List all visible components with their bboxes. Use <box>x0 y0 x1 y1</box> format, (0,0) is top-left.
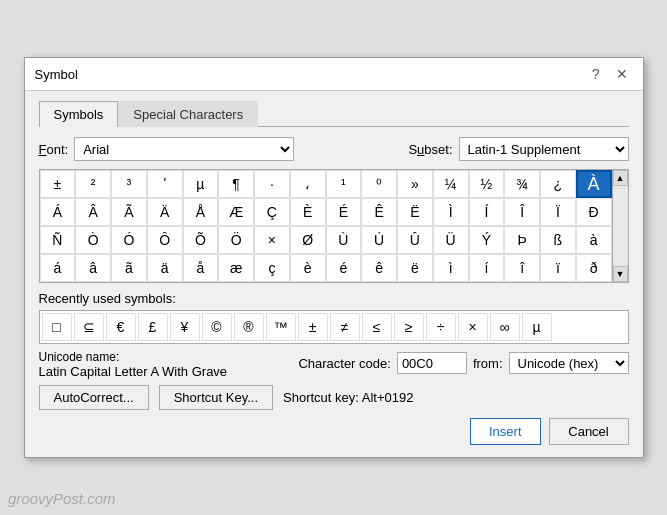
char-cell[interactable]: Ó <box>111 226 147 254</box>
char-cell[interactable]: è <box>290 254 326 282</box>
recent-symbol-cell[interactable]: □ <box>42 313 72 341</box>
char-cell[interactable]: ç <box>254 254 290 282</box>
char-cell[interactable]: Ý <box>469 226 505 254</box>
recent-symbol-cell[interactable]: © <box>202 313 232 341</box>
char-grid-container: ±²³ʹµ¶·،¹⁰»¼½¾¿ÀÁÂÃÄÅÆÇÈÉÊËÌÍÎÏÐÑÒÓÔÕÖ×Ø… <box>39 169 629 283</box>
char-cell[interactable]: ¶ <box>218 170 254 198</box>
char-cell[interactable]: í <box>469 254 505 282</box>
cancel-button[interactable]: Cancel <box>549 418 629 445</box>
char-cell[interactable]: Ä <box>147 198 183 226</box>
char-cell[interactable]: Ø <box>290 226 326 254</box>
recent-symbol-cell[interactable]: ≠ <box>330 313 360 341</box>
char-code-input[interactable] <box>397 352 467 374</box>
char-cell[interactable]: » <box>397 170 433 198</box>
char-cell[interactable]: â <box>75 254 111 282</box>
close-button[interactable]: ✕ <box>611 64 633 84</box>
char-cell[interactable]: É <box>326 198 362 226</box>
recent-symbol-cell[interactable]: £ <box>138 313 168 341</box>
char-cell[interactable]: ¹ <box>326 170 362 198</box>
char-cell[interactable]: Á <box>40 198 76 226</box>
char-cell[interactable]: Ì <box>433 198 469 226</box>
char-cell[interactable]: Ð <box>576 198 612 226</box>
char-cell[interactable]: ì <box>433 254 469 282</box>
recent-symbol-cell[interactable]: × <box>458 313 488 341</box>
char-cell[interactable]: ¼ <box>433 170 469 198</box>
char-cell[interactable]: Ò <box>75 226 111 254</box>
char-cell[interactable]: à <box>576 226 612 254</box>
char-cell[interactable]: ¾ <box>504 170 540 198</box>
scroll-down-button[interactable]: ▼ <box>613 266 628 282</box>
char-cell[interactable]: Û <box>397 226 433 254</box>
font-select[interactable]: Arial <box>74 137 294 161</box>
char-cell[interactable]: Ê <box>361 198 397 226</box>
insert-button[interactable]: Insert <box>470 418 541 445</box>
recent-symbol-cell[interactable]: ∞ <box>490 313 520 341</box>
char-cell[interactable]: Ë <box>397 198 433 226</box>
font-subset-row: Font: Arial Subset: Latin-1 Supplement <box>39 137 629 161</box>
char-cell[interactable]: Õ <box>183 226 219 254</box>
char-cell[interactable]: Þ <box>504 226 540 254</box>
char-cell[interactable]: Î <box>504 198 540 226</box>
char-cell[interactable]: Ô <box>147 226 183 254</box>
bottom-buttons: Insert Cancel <box>39 418 629 445</box>
char-cell[interactable]: Â <box>75 198 111 226</box>
subset-select[interactable]: Latin-1 Supplement <box>459 137 629 161</box>
char-cell[interactable]: ½ <box>469 170 505 198</box>
recent-symbol-cell[interactable]: ™ <box>266 313 296 341</box>
char-cell[interactable]: Æ <box>218 198 254 226</box>
shortcut-key-button[interactable]: Shortcut Key... <box>159 385 273 410</box>
char-cell[interactable]: æ <box>218 254 254 282</box>
char-cell[interactable]: å <box>183 254 219 282</box>
char-cell[interactable]: µ <box>183 170 219 198</box>
char-cell[interactable]: À <box>576 170 612 198</box>
char-cell[interactable]: Å <box>183 198 219 226</box>
char-cell[interactable]: î <box>504 254 540 282</box>
recent-symbol-cell[interactable]: ≥ <box>394 313 424 341</box>
char-cell[interactable]: ã <box>111 254 147 282</box>
autocorrect-button[interactable]: AutoCorrect... <box>39 385 149 410</box>
help-button[interactable]: ? <box>587 64 605 84</box>
char-cell[interactable]: Ï <box>540 198 576 226</box>
recent-symbol-cell[interactable]: ≤ <box>362 313 392 341</box>
char-cell[interactable]: ß <box>540 226 576 254</box>
char-cell[interactable]: ʹ <box>147 170 183 198</box>
scroll-up-button[interactable]: ▲ <box>613 170 628 186</box>
char-cell[interactable]: · <box>254 170 290 198</box>
recent-symbol-cell[interactable]: ± <box>298 313 328 341</box>
char-cell[interactable]: ë <box>397 254 433 282</box>
char-cell[interactable]: Í <box>469 198 505 226</box>
dialog-body: Symbols Special Characters Font: Arial S… <box>25 91 643 457</box>
char-cell[interactable]: ⁰ <box>361 170 397 198</box>
recent-symbol-cell[interactable]: ÷ <box>426 313 456 341</box>
char-cell[interactable]: Ú <box>361 226 397 254</box>
recent-symbol-cell[interactable]: € <box>106 313 136 341</box>
char-cell[interactable]: Ö <box>218 226 254 254</box>
from-select[interactable]: Unicode (hex) <box>509 352 629 374</box>
char-cell[interactable]: Ç <box>254 198 290 226</box>
char-cell[interactable]: ï <box>540 254 576 282</box>
char-cell[interactable]: é <box>326 254 362 282</box>
char-cell[interactable]: Ñ <box>40 226 76 254</box>
recent-symbol-cell[interactable]: µ <box>522 313 552 341</box>
tab-symbols[interactable]: Symbols <box>39 101 119 127</box>
recent-symbol-cell[interactable]: ® <box>234 313 264 341</box>
recent-symbol-cell[interactable]: ¥ <box>170 313 200 341</box>
char-cell[interactable]: ، <box>290 170 326 198</box>
recently-used-section: Recently used symbols: □⊆€£¥©®™±≠≤≥÷×∞µ <box>39 291 629 344</box>
char-cell[interactable]: Ã <box>111 198 147 226</box>
char-cell[interactable]: ² <box>75 170 111 198</box>
tab-special-characters[interactable]: Special Characters <box>118 101 258 127</box>
char-cell[interactable]: á <box>40 254 76 282</box>
char-cell[interactable]: ð <box>576 254 612 282</box>
char-cell[interactable]: ä <box>147 254 183 282</box>
recent-symbol-cell[interactable]: ⊆ <box>74 313 104 341</box>
char-cell[interactable]: ± <box>40 170 76 198</box>
char-cell[interactable]: ê <box>361 254 397 282</box>
char-cell[interactable]: ³ <box>111 170 147 198</box>
char-cell[interactable]: ¿ <box>540 170 576 198</box>
char-cell[interactable]: × <box>254 226 290 254</box>
char-cell[interactable]: È <box>290 198 326 226</box>
recent-symbols-grid: □⊆€£¥©®™±≠≤≥÷×∞µ <box>39 310 629 344</box>
char-cell[interactable]: Ü <box>433 226 469 254</box>
char-cell[interactable]: Ù <box>326 226 362 254</box>
